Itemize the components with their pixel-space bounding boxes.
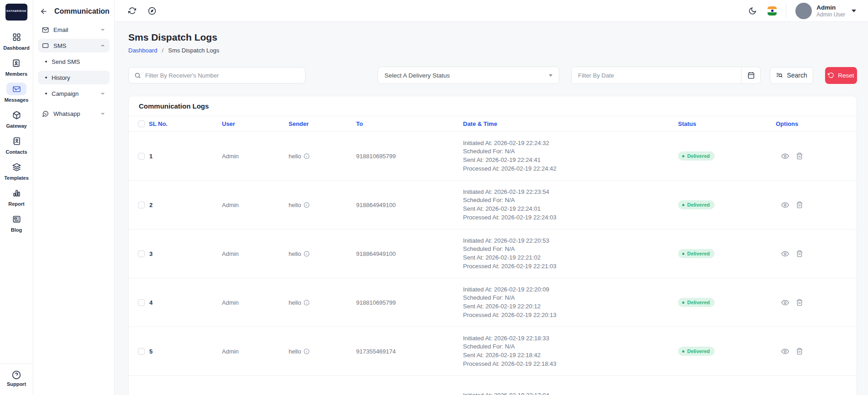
rail-item-report[interactable]: Report <box>6 187 26 207</box>
calendar-icon[interactable] <box>741 67 760 83</box>
rail-item-messages[interactable]: Messages <box>5 83 29 103</box>
row-checkbox[interactable] <box>138 299 145 306</box>
logo-text: DATABRIDGE <box>6 10 26 12</box>
rail-item-templates[interactable]: Templates <box>4 161 29 181</box>
sidebar-item-email[interactable]: Email <box>38 23 110 36</box>
app-logo[interactable]: DATABRIDGE <box>5 4 27 21</box>
cell-user: Admin <box>222 229 289 278</box>
messages-icon <box>6 83 26 95</box>
view-eye-icon[interactable] <box>781 250 789 258</box>
whatsapp-icon <box>42 110 49 117</box>
breadcrumb-dashboard-link[interactable]: Dashboard <box>128 47 158 54</box>
table-row: 2 Admin hello 918864949100 Initiated At:… <box>129 181 857 229</box>
rail-item-gateway[interactable]: Gateway <box>6 109 26 129</box>
rail-label-messages: Messages <box>5 97 29 103</box>
select-all-checkbox[interactable] <box>138 120 145 127</box>
reset-icon <box>828 72 834 78</box>
chevron-down-icon <box>549 74 552 77</box>
rail-label-support: Support <box>7 381 26 387</box>
topbar: Admin Admin User <box>115 0 868 22</box>
page-title: Sms Dispatch Logs <box>128 32 857 43</box>
status-badge: Delivered <box>678 249 715 258</box>
cell-datetime: Initiated At: 2026-02-19 22:24:32 Schedu… <box>463 132 678 181</box>
column-header-to: To <box>356 116 463 132</box>
column-header-user: User <box>222 116 289 132</box>
rail-item-contacts[interactable]: Contacts <box>5 135 27 155</box>
cell-datetime: Initiated At: 2026-02-19 22:18:33 Schedu… <box>463 327 678 376</box>
delete-trash-icon[interactable] <box>796 201 803 208</box>
date-filter-input[interactable] <box>572 67 741 83</box>
user-menu[interactable]: Admin Admin User <box>816 4 856 18</box>
cell-datetime: Initiated At: 2026-02-19 22:20:09 Schedu… <box>463 278 678 327</box>
view-eye-icon[interactable] <box>781 348 789 355</box>
delete-trash-icon[interactable] <box>796 299 803 306</box>
filter-bar: Select A Delivery Status Search Reset <box>128 67 857 84</box>
globe-icon[interactable] <box>148 7 156 15</box>
rail-label-blog: Blog <box>11 227 22 233</box>
search-button[interactable]: Search <box>770 67 813 84</box>
gateway-icon <box>6 109 26 121</box>
cell-sender: hello <box>289 348 301 355</box>
row-checkbox[interactable] <box>138 202 145 208</box>
chevron-up-icon <box>100 43 105 48</box>
cell-to: 918864949100 <box>356 229 463 278</box>
delete-trash-icon[interactable] <box>796 250 803 257</box>
rail-item-blog[interactable]: Blog <box>6 213 26 233</box>
column-header-options: Options <box>776 116 857 132</box>
breadcrumb: Dashboard / Sms Dispatch Logs <box>128 47 857 54</box>
dark-mode-moon-icon[interactable] <box>748 7 757 15</box>
icon-rail: DATABRIDGE Dashboard Members Messages <box>0 0 33 395</box>
sidebar-item-campaign[interactable]: Campaign <box>38 87 110 100</box>
bullet-icon <box>45 77 47 78</box>
row-checkbox[interactable] <box>138 250 145 257</box>
view-eye-icon[interactable] <box>781 152 789 160</box>
sidebar-item-send-sms[interactable]: Send SMS <box>38 55 110 68</box>
cell-to: 918864949100 <box>356 181 463 229</box>
delivery-status-select[interactable]: Select A Delivery Status <box>378 67 559 84</box>
info-icon[interactable] <box>304 300 310 306</box>
language-flag-icon[interactable] <box>768 6 777 16</box>
cell-user: Admin <box>222 327 289 376</box>
support-icon <box>12 370 21 379</box>
rail-label-dashboard: Dashboard <box>3 45 29 51</box>
delete-trash-icon[interactable] <box>796 348 803 355</box>
cell-to: 917355469174 <box>356 327 463 376</box>
sidebar-item-sms[interactable]: SMS <box>38 39 110 52</box>
rail-label-members: Members <box>5 71 27 77</box>
back-arrow-icon[interactable] <box>40 7 48 16</box>
view-eye-icon[interactable] <box>781 201 789 209</box>
receiver-filter-input[interactable] <box>145 72 300 79</box>
info-icon[interactable] <box>304 153 310 159</box>
reset-button[interactable]: Reset <box>825 67 857 84</box>
avatar[interactable] <box>795 3 812 19</box>
sidebar-title: Communication <box>54 7 110 16</box>
table-row: 3 Admin hello 918864949100 Initiated At:… <box>129 229 857 278</box>
info-icon[interactable] <box>304 251 310 257</box>
communication-logs-card: Communication Logs SL No. User Sender T <box>128 96 857 395</box>
cell-datetime: Initiated At: 2026-02-19 22:17:04 Schedu… <box>463 376 678 395</box>
column-header-datetime: Date & Time <box>463 116 678 132</box>
rail-item-dashboard[interactable]: Dashboard <box>3 31 29 51</box>
communication-sidebar: Communication Email SMS Send SMS History… <box>33 0 115 395</box>
logs-table: SL No. User Sender To Date & Time Status… <box>129 116 857 395</box>
rail-item-support[interactable]: Support <box>0 364 33 395</box>
refresh-icon[interactable] <box>128 7 136 15</box>
divider <box>786 4 786 18</box>
row-checkbox[interactable] <box>138 153 145 160</box>
cell-to: 918810695799 <box>356 132 463 181</box>
chevron-down-icon <box>100 27 105 32</box>
user-role: Admin User <box>816 11 845 18</box>
info-icon[interactable] <box>304 348 310 354</box>
rail-item-members[interactable]: Members <box>5 57 27 77</box>
row-checkbox[interactable] <box>138 348 145 355</box>
sidebar-item-history[interactable]: History <box>38 71 110 84</box>
view-eye-icon[interactable] <box>781 299 789 307</box>
contacts-icon <box>6 135 26 147</box>
sidebar-item-whatsapp[interactable]: Whatsapp <box>38 107 110 120</box>
status-badge: Delivered <box>678 347 715 356</box>
cell-sender: hello <box>289 250 301 257</box>
members-icon <box>6 57 26 69</box>
info-icon[interactable] <box>304 202 310 208</box>
status-badge: Delivered <box>678 200 715 209</box>
delete-trash-icon[interactable] <box>796 152 803 160</box>
